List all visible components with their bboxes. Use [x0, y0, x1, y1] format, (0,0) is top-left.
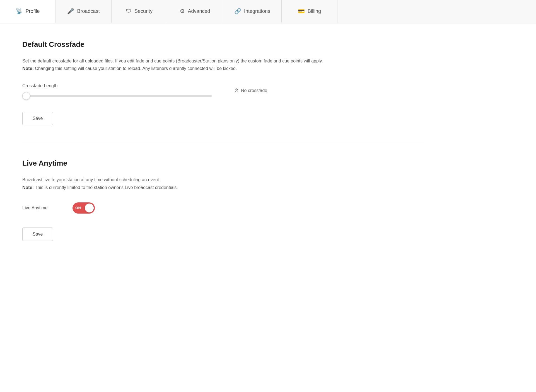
security-icon: 🛡 [126, 8, 132, 14]
crossfade-controls-row: Crossfade Length No crossfade [22, 83, 424, 98]
tab-security-label: Security [134, 8, 153, 14]
billing-icon: 💳 [298, 8, 305, 14]
clock-icon [234, 88, 239, 93]
crossfade-title: Default Crossfade [22, 40, 424, 49]
crossfade-description: Set the default crossfade for all upload… [22, 57, 357, 72]
live-anytime-toggle[interactable]: ON [73, 202, 95, 214]
live-anytime-section: Live Anytime Broadcast live to your stat… [22, 159, 424, 241]
live-anytime-note-text: This is currently limited to the station… [34, 185, 178, 190]
live-anytime-title: Live Anytime [22, 159, 424, 168]
crossfade-section: Default Crossfade Set the default crossf… [22, 40, 424, 125]
tab-advanced-label: Advanced [188, 8, 210, 14]
crossfade-desc-text: Set the default crossfade for all upload… [22, 59, 323, 63]
toggle-thumb [85, 204, 94, 212]
tab-security[interactable]: 🛡 Security [112, 0, 167, 23]
crossfade-slider[interactable] [22, 95, 212, 97]
tab-navigation: 📡 Profile 🎤 Broadcast 🛡 Security ⚙ Advan… [0, 0, 536, 23]
live-anytime-desc-text: Broadcast live to your station at any ti… [22, 177, 160, 182]
tab-broadcast-label: Broadcast [77, 8, 100, 14]
tab-broadcast[interactable]: 🎤 Broadcast [56, 0, 112, 23]
tab-integrations-label: Integrations [244, 8, 270, 14]
live-anytime-save-button[interactable]: Save [22, 228, 53, 241]
tab-profile[interactable]: 📡 Profile [0, 0, 56, 23]
crossfade-note-label: Note: [22, 66, 34, 71]
crossfade-length-label: Crossfade Length [22, 83, 218, 88]
tab-billing[interactable]: 💳 Billing [282, 0, 337, 23]
integrations-icon: 🔗 [234, 8, 241, 14]
tab-billing-label: Billing [308, 8, 321, 14]
live-anytime-note-label: Note: [22, 185, 34, 190]
toggle-on-text: ON [75, 206, 81, 210]
crossfade-left: Crossfade Length [22, 83, 218, 98]
advanced-icon: ⚙ [180, 8, 185, 14]
crossfade-status-text: No crossfade [241, 88, 267, 93]
slider-container [22, 93, 212, 98]
broadcast-icon: 🎤 [67, 8, 74, 14]
section-divider [22, 142, 424, 142]
tab-integrations[interactable]: 🔗 Integrations [223, 0, 282, 23]
live-anytime-description: Broadcast live to your station at any ti… [22, 176, 357, 191]
live-anytime-toggle-label: Live Anytime [22, 205, 61, 210]
profile-icon: 📡 [16, 8, 23, 14]
tab-profile-label: Profile [25, 8, 40, 14]
crossfade-note-text: Changing this setting will cause your st… [34, 66, 237, 71]
tab-advanced[interactable]: ⚙ Advanced [167, 0, 223, 23]
toggle-track: ON [73, 202, 95, 214]
crossfade-status: No crossfade [234, 88, 267, 93]
crossfade-save-button[interactable]: Save [22, 112, 53, 125]
main-content: Default Crossfade Set the default crossf… [0, 23, 446, 274]
live-anytime-toggle-row: Live Anytime ON [22, 202, 424, 214]
